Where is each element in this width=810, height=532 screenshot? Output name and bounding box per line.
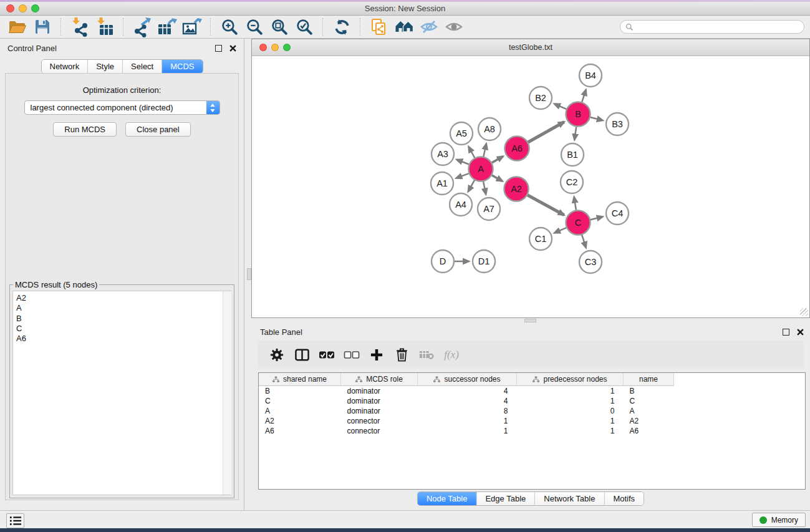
zoom-selected-button[interactable] xyxy=(293,17,316,37)
import-network-button[interactable] xyxy=(69,17,91,37)
open-session-button[interactable] xyxy=(6,17,29,37)
result-scrollbar[interactable] xyxy=(223,291,231,495)
hide-selected-button[interactable] xyxy=(418,17,440,37)
first-neighbors-button[interactable] xyxy=(393,17,415,37)
graph-node-A1[interactable]: A1 xyxy=(431,172,453,195)
create-column-button[interactable] xyxy=(367,346,386,364)
graph-edge-A-A7[interactable] xyxy=(483,181,486,194)
graph-node-label: D1 xyxy=(478,256,490,266)
tab-style[interactable]: Style xyxy=(87,60,122,73)
criterion-dropdown[interactable]: largest connected component (directed) xyxy=(24,100,220,115)
run-mcds-button[interactable]: Run MCDS xyxy=(53,122,117,137)
memory-button[interactable]: Memory xyxy=(752,513,806,527)
graph-node-A5[interactable]: A5 xyxy=(450,122,473,145)
delete-columns-button[interactable] xyxy=(392,346,411,364)
graph-edge-A6-B[interactable] xyxy=(528,122,564,142)
tab-network-table[interactable]: Network Table xyxy=(534,492,604,505)
table-row[interactable]: Bdominator41B xyxy=(259,386,805,397)
search-input[interactable] xyxy=(637,22,799,32)
tab-node-table[interactable]: Node Table xyxy=(418,492,476,505)
show-columns-button[interactable] xyxy=(292,346,311,364)
graph-node-B[interactable]: B xyxy=(566,102,591,127)
graph-node-B3[interactable]: B3 xyxy=(606,113,629,135)
graph-edge-A-A8[interactable] xyxy=(483,143,486,157)
column-header-MCDS-role[interactable]: MCDS role xyxy=(341,373,418,386)
zoom-out-button[interactable] xyxy=(243,17,266,37)
graph-edge-C-C2[interactable] xyxy=(574,197,576,210)
graph-node-B2[interactable]: B2 xyxy=(529,87,552,109)
table-row[interactable]: A6connector11A6 xyxy=(259,426,805,436)
graph-node-A7[interactable]: A7 xyxy=(478,198,500,220)
graph-edge-A2-C[interactable] xyxy=(528,195,564,215)
table-row[interactable]: Adominator80A xyxy=(259,406,805,416)
graph-edge-A-A3[interactable] xyxy=(456,160,469,165)
close-panel-icon[interactable] xyxy=(797,329,804,336)
graph-edge-C-C1[interactable] xyxy=(554,228,566,233)
export-table-button[interactable] xyxy=(156,17,178,37)
splitter-handle-vertical[interactable] xyxy=(247,268,251,280)
column-header-predecessor-nodes[interactable]: predecessor nodes xyxy=(517,373,624,386)
graph-node-D1[interactable]: D1 xyxy=(473,250,495,273)
graph-node-B4[interactable]: B4 xyxy=(579,64,602,87)
graph-node-C2[interactable]: C2 xyxy=(561,171,583,193)
show-all-button[interactable] xyxy=(443,17,465,37)
graph-edge-A-A6[interactable] xyxy=(492,157,503,163)
export-image-button[interactable] xyxy=(181,17,203,37)
graph-node-C[interactable]: C xyxy=(566,211,591,235)
graph-node-A[interactable]: A xyxy=(469,157,493,181)
float-panel-icon[interactable] xyxy=(215,45,222,52)
graph-edge-B-B2[interactable] xyxy=(554,104,566,109)
column-header-successor-nodes[interactable]: successor nodes xyxy=(418,373,517,386)
import-table-button[interactable] xyxy=(94,17,116,37)
export-network-button[interactable] xyxy=(131,17,153,37)
graph-edge-A-A1[interactable] xyxy=(456,173,469,178)
apply-layout-button[interactable] xyxy=(330,17,353,37)
deselect-all-button[interactable] xyxy=(342,346,361,364)
tab-edge-table[interactable]: Edge Table xyxy=(476,492,534,505)
select-all-button[interactable] xyxy=(317,346,336,364)
mcds-result-item[interactable]: C xyxy=(13,324,231,334)
tab-select[interactable]: Select xyxy=(122,60,162,73)
graph-node-D[interactable]: D xyxy=(432,250,454,273)
graph-edge-B-B3[interactable] xyxy=(591,117,603,120)
table-row[interactable]: Cdominator41C xyxy=(259,396,805,406)
graph-edge-B-B1[interactable] xyxy=(574,127,576,140)
graph-edge-A-A5[interactable] xyxy=(468,147,475,158)
search-field[interactable] xyxy=(620,20,804,34)
graph-node-A4[interactable]: A4 xyxy=(450,193,472,216)
graph-node-C4[interactable]: C4 xyxy=(606,202,629,225)
table-settings-button[interactable] xyxy=(268,346,286,364)
save-session-button[interactable] xyxy=(31,17,54,37)
mcds-result-item[interactable]: A xyxy=(13,303,231,313)
zoom-fit-button[interactable] xyxy=(268,17,291,37)
graph-edge-C-C3[interactable] xyxy=(582,235,586,248)
graph-node-A6[interactable]: A6 xyxy=(505,137,529,161)
column-header-name[interactable]: name xyxy=(624,373,674,386)
zoom-in-button[interactable] xyxy=(218,17,241,37)
tab-network[interactable]: Network xyxy=(41,60,87,73)
graph-edge-C-C4[interactable] xyxy=(591,217,603,220)
graph-node-C1[interactable]: C1 xyxy=(529,228,552,250)
graph-node-A3[interactable]: A3 xyxy=(432,143,454,165)
mcds-result-item[interactable]: A6 xyxy=(13,334,231,344)
resize-grip-icon[interactable] xyxy=(800,308,808,316)
graph-edge-B-B4[interactable] xyxy=(582,90,586,102)
graph-edge-A-A2[interactable] xyxy=(492,175,503,181)
graph-node-B1[interactable]: B1 xyxy=(561,143,584,166)
graph-node-A2[interactable]: A2 xyxy=(504,177,529,201)
tab-mcds[interactable]: MCDS xyxy=(162,60,202,73)
network-canvas[interactable]: B4B2BB3A8A5A6A3B1AC2A1A2A4A7C4CC1C3DD1 xyxy=(252,56,809,317)
float-panel-icon[interactable] xyxy=(783,329,789,336)
column-header-shared-name[interactable]: shared name xyxy=(259,373,341,386)
task-history-button[interactable] xyxy=(6,513,24,528)
close-panel-icon[interactable] xyxy=(229,45,236,52)
tab-motifs[interactable]: Motifs xyxy=(604,492,644,505)
graph-node-C3[interactable]: C3 xyxy=(579,251,602,273)
duplicate-network-button[interactable] xyxy=(368,17,390,37)
mcds-result-item[interactable]: A2 xyxy=(13,291,231,303)
graph-edge-A-A4[interactable] xyxy=(468,180,475,191)
graph-node-A8[interactable]: A8 xyxy=(478,118,501,140)
table-row[interactable]: A2connector11A2 xyxy=(259,416,805,426)
close-panel-button[interactable]: Close panel xyxy=(125,122,191,137)
mcds-result-item[interactable]: B xyxy=(13,314,231,324)
